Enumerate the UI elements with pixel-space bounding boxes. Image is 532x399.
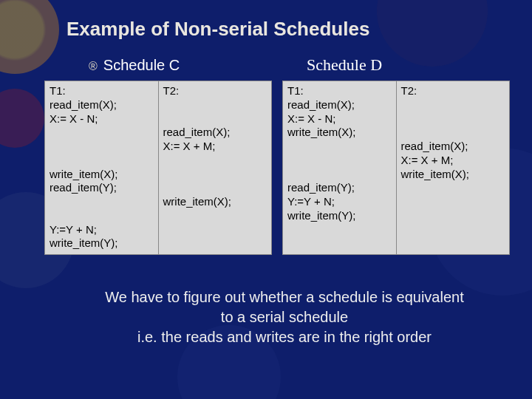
slide-content: Example of Non-serial Schedules ® Schedu… bbox=[0, 0, 532, 399]
schedule-d-t1: T1: read_item(X); X:= X - N; write_item(… bbox=[283, 81, 397, 254]
footer-text: We have to figure out whether a schedule… bbox=[66, 287, 502, 347]
schedule-labels: ® Schedule C Schedule D bbox=[89, 55, 502, 75]
bullet-icon: ® bbox=[89, 60, 98, 73]
schedule-d-t2: T2: read_item(X); X:= X + M; write_item(… bbox=[397, 81, 510, 254]
slide-title: Example of Non-serial Schedules bbox=[66, 18, 502, 41]
label-schedule-c: ® Schedule C bbox=[89, 57, 292, 74]
schedule-c-t2: T2: read_item(X); X:= X + M; write_item(… bbox=[159, 81, 272, 254]
schedule-c-panel: T1: read_item(X); X:= X - N; write_item(… bbox=[44, 81, 272, 255]
footer-line-2: to a serial schedule bbox=[89, 307, 480, 327]
footer-line-1: We have to figure out whether a schedule… bbox=[89, 287, 480, 307]
label-text: Schedule C bbox=[103, 57, 180, 74]
footer-line-3: i.e. the reads and writes are in the rig… bbox=[89, 327, 480, 347]
schedule-d-panel: T1: read_item(X); X:= X - N; write_item(… bbox=[282, 81, 510, 255]
schedule-panels: T1: read_item(X); X:= X - N; write_item(… bbox=[44, 81, 510, 255]
label-schedule-d: Schedule D bbox=[307, 55, 382, 75]
schedule-c-t1: T1: read_item(X); X:= X - N; write_item(… bbox=[45, 81, 159, 254]
